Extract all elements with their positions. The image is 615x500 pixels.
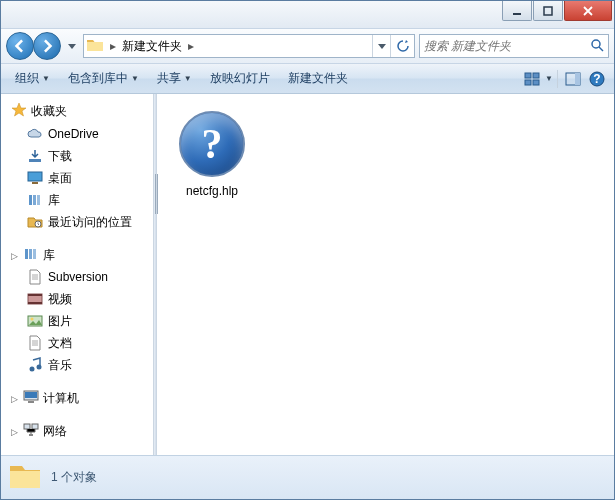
explorer-window: ▸ 新建文件夹 ▸ 组织▼ 包含到库中▼ 共享▼ 放映幻灯片 新建文件夹 ▼ ? bbox=[0, 0, 615, 500]
search-icon[interactable] bbox=[590, 38, 604, 55]
file-name-label: netcfg.hlp bbox=[186, 184, 238, 198]
svg-rect-16 bbox=[37, 195, 40, 205]
sidebar-item-desktop[interactable]: 桌面 bbox=[1, 167, 153, 189]
chevron-right-icon: ▷ bbox=[11, 394, 19, 404]
search-box[interactable] bbox=[419, 34, 609, 58]
sidebar-network-header[interactable]: ▷ 网络 bbox=[1, 421, 153, 442]
computer-icon bbox=[23, 390, 39, 407]
svg-rect-15 bbox=[33, 195, 36, 205]
file-list-area[interactable]: ? netcfg.hlp bbox=[157, 94, 614, 455]
help-button[interactable]: ? bbox=[586, 68, 608, 90]
sidebar-favorites-header[interactable]: 收藏夹 bbox=[1, 100, 153, 123]
desktop-icon bbox=[27, 170, 43, 186]
new-folder-button[interactable]: 新建文件夹 bbox=[280, 67, 356, 90]
svg-rect-13 bbox=[32, 182, 38, 184]
breadcrumb-current[interactable]: 新建文件夹 bbox=[118, 35, 186, 57]
picture-icon bbox=[27, 313, 43, 329]
svg-point-27 bbox=[37, 365, 42, 370]
library-icon bbox=[27, 192, 43, 208]
sidebar-item-onedrive[interactable]: OneDrive bbox=[1, 123, 153, 145]
svg-rect-33 bbox=[29, 434, 33, 436]
share-button[interactable]: 共享▼ bbox=[149, 67, 200, 90]
library-icon bbox=[23, 247, 39, 264]
svg-text:?: ? bbox=[593, 72, 600, 86]
sidebar-item-library-fav[interactable]: 库 bbox=[1, 189, 153, 211]
svg-rect-11 bbox=[29, 159, 41, 162]
sidebar-item-recent[interactable]: 最近访问的位置 bbox=[1, 211, 153, 233]
close-button[interactable] bbox=[564, 1, 612, 21]
sidebar-splitter[interactable] bbox=[153, 94, 157, 455]
svg-rect-22 bbox=[28, 294, 42, 296]
svg-rect-8 bbox=[575, 73, 580, 85]
svg-rect-32 bbox=[32, 424, 38, 429]
navigation-sidebar: 收藏夹 OneDrive 下载 桌面 库 最近访问的位置 ▷ 库 Subvers… bbox=[1, 94, 153, 455]
slideshow-button[interactable]: 放映幻灯片 bbox=[202, 67, 278, 90]
address-dropdown[interactable] bbox=[372, 35, 390, 57]
status-bar: 1 个对象 bbox=[1, 455, 614, 499]
address-bar[interactable]: ▸ 新建文件夹 ▸ bbox=[83, 34, 415, 58]
svg-rect-30 bbox=[28, 401, 34, 403]
sidebar-item-pictures[interactable]: 图片 bbox=[1, 310, 153, 332]
svg-rect-4 bbox=[533, 73, 539, 78]
status-text: 1 个对象 bbox=[51, 469, 97, 486]
nav-bar: ▸ 新建文件夹 ▸ bbox=[1, 29, 614, 64]
svg-point-2 bbox=[592, 40, 600, 48]
titlebar bbox=[1, 1, 614, 29]
sidebar-item-subversion[interactable]: Subversion bbox=[1, 266, 153, 288]
minimize-button[interactable] bbox=[502, 1, 532, 21]
maximize-button[interactable] bbox=[533, 1, 563, 21]
svg-rect-12 bbox=[28, 172, 42, 181]
file-item[interactable]: ? netcfg.hlp bbox=[167, 104, 257, 202]
network-icon bbox=[23, 423, 39, 440]
svg-rect-3 bbox=[525, 73, 531, 78]
svg-rect-19 bbox=[29, 249, 32, 259]
toolbar: 组织▼ 包含到库中▼ 共享▼ 放映幻灯片 新建文件夹 ▼ ? bbox=[1, 64, 614, 94]
breadcrumb-arrow-icon[interactable]: ▸ bbox=[108, 35, 118, 57]
chevron-right-icon: ▷ bbox=[11, 427, 19, 437]
folder-icon bbox=[87, 38, 105, 55]
document-icon bbox=[27, 269, 43, 285]
svg-rect-23 bbox=[28, 302, 42, 304]
svg-rect-18 bbox=[25, 249, 28, 259]
include-library-button[interactable]: 包含到库中▼ bbox=[60, 67, 147, 90]
star-icon bbox=[11, 102, 27, 121]
sidebar-computer-header[interactable]: ▷ 计算机 bbox=[1, 388, 153, 409]
nav-history-dropdown[interactable] bbox=[65, 36, 79, 56]
preview-pane-button[interactable] bbox=[562, 68, 584, 90]
sidebar-item-documents[interactable]: 文档 bbox=[1, 332, 153, 354]
sidebar-libraries-header[interactable]: ▷ 库 bbox=[1, 245, 153, 266]
forward-button[interactable] bbox=[33, 32, 61, 60]
help-file-icon: ? bbox=[176, 108, 248, 180]
breadcrumb-arrow-icon[interactable]: ▸ bbox=[186, 35, 196, 57]
search-input[interactable] bbox=[424, 39, 590, 53]
cloud-icon bbox=[27, 126, 43, 142]
folder-icon bbox=[9, 462, 41, 494]
sidebar-item-downloads[interactable]: 下载 bbox=[1, 145, 153, 167]
svg-rect-5 bbox=[525, 80, 531, 85]
recent-icon bbox=[27, 214, 43, 230]
svg-rect-6 bbox=[533, 80, 539, 85]
chevron-right-icon: ▷ bbox=[11, 251, 19, 261]
refresh-button[interactable] bbox=[390, 35, 414, 57]
svg-rect-20 bbox=[33, 249, 36, 259]
svg-point-26 bbox=[30, 367, 35, 372]
svg-point-25 bbox=[31, 318, 34, 321]
svg-rect-0 bbox=[513, 13, 521, 15]
sidebar-item-videos[interactable]: 视频 bbox=[1, 288, 153, 310]
svg-rect-1 bbox=[544, 7, 552, 15]
document-icon bbox=[27, 335, 43, 351]
view-options-button[interactable] bbox=[521, 68, 543, 90]
sidebar-item-music[interactable]: 音乐 bbox=[1, 354, 153, 376]
music-icon bbox=[27, 357, 43, 373]
svg-rect-29 bbox=[25, 392, 37, 398]
svg-rect-31 bbox=[24, 424, 30, 429]
back-button[interactable] bbox=[6, 32, 34, 60]
video-icon bbox=[27, 291, 43, 307]
view-dropdown[interactable]: ▼ bbox=[545, 74, 553, 83]
download-icon bbox=[27, 148, 43, 164]
svg-rect-14 bbox=[29, 195, 32, 205]
organize-button[interactable]: 组织▼ bbox=[7, 67, 58, 90]
